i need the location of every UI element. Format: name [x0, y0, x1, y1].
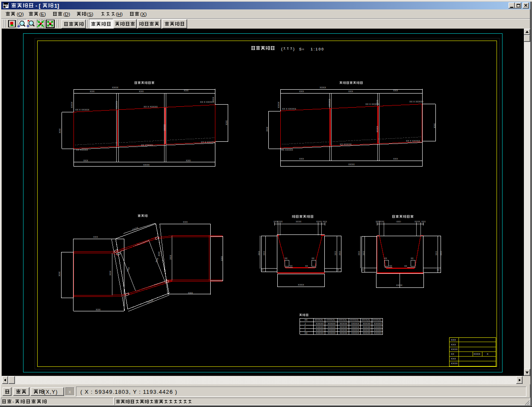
svg-text:XXX: XXX — [451, 343, 456, 346]
svg-text:XXX: XXX — [212, 97, 215, 102]
svg-text:XXX: XXX — [96, 308, 100, 311]
svg-text:XXX: XXX — [299, 158, 304, 160]
svg-text:XXX: XXX — [334, 251, 337, 255]
svg-text:XXXX: XXXX — [298, 284, 304, 286]
svg-text:(D): (D) — [63, 12, 70, 17]
svg-text:XXXX: XXXX — [316, 220, 322, 223]
svg-text:XXXX(X): XXXX(X) — [373, 319, 381, 321]
svg-text:XX: XX — [384, 257, 387, 260]
svg-text:XXXXX: XXXXX — [328, 326, 336, 328]
svg-text:XXXXX: XXXXX — [340, 329, 348, 331]
svg-text:): ) — [293, 47, 294, 51]
svg-text:x: x — [69, 389, 71, 394]
svg-text:1]: 1] — [54, 3, 59, 9]
svg-text:XX XXXXX: XX XXXXX — [76, 149, 88, 151]
svg-text:XX: XX — [304, 332, 308, 334]
svg-text:XXX: XXX — [169, 255, 172, 260]
svg-text:XX: XX — [285, 257, 288, 260]
svg-text:XXXX: XXXX — [277, 220, 283, 223]
svg-text:XX XXXXX: XX XXXXX — [141, 144, 153, 146]
svg-text:XX X XXXXX: XX X XXXXX — [75, 108, 89, 111]
svg-text:XXXX: XXXX — [348, 163, 355, 166]
svg-text:XXXXX: XXXXX — [316, 332, 324, 334]
svg-text:XXXX: XXXX — [473, 353, 480, 355]
svg-text:XXXXX: XXXXX — [316, 322, 324, 325]
svg-text:XXXX(X): XXXX(X) — [338, 319, 347, 321]
svg-text:XXX: XXX — [433, 123, 436, 128]
svg-text:XXXXX: XXXXX — [316, 329, 324, 331]
svg-text:XX: XX — [304, 319, 308, 321]
svg-text:XXX: XXX — [393, 89, 398, 92]
svg-text:XXXXX: XXXXX — [374, 329, 382, 331]
svg-text:XXXXX: XXXXX — [363, 329, 371, 331]
svg-text:2: 2 — [304, 329, 306, 331]
svg-text:(X): (X) — [140, 12, 147, 17]
svg-text:XXX: XXX — [421, 220, 426, 223]
svg-text:XXXX: XXXX — [376, 126, 379, 132]
svg-text:XXXXX: XXXXX — [363, 332, 371, 334]
svg-text:XXX: XXX — [323, 220, 327, 223]
svg-text:XXX: XXX — [83, 159, 88, 162]
svg-text:XXX: XXX — [58, 272, 61, 276]
svg-text:XXX: XXX — [220, 256, 223, 261]
svg-text:XX: XX — [361, 269, 364, 271]
svg-text:XXX: XXX — [188, 292, 193, 294]
svg-text:(O): (O) — [17, 12, 24, 17]
svg-text:XX: XX — [451, 353, 454, 355]
svg-text:XXXXX: XXXXX — [115, 101, 118, 109]
svg-text:XXXX: XXXX — [451, 362, 458, 365]
svg-text:XXXX(X): XXXX(X) — [326, 319, 335, 321]
svg-text:XX XXXXX: XX XXXXX — [281, 149, 293, 151]
svg-text:X: X — [487, 353, 488, 355]
svg-text:XXXXX: XXXXX — [328, 332, 336, 334]
svg-text:(: ( — [281, 47, 282, 51]
svg-text:XXXX: XXXX — [451, 348, 458, 351]
svg-text:XXX: XXX — [90, 90, 94, 93]
svg-text:XX: XX — [389, 265, 392, 267]
svg-text:XXXXX: XXXXX — [374, 322, 382, 325]
svg-text:XX: XX — [305, 265, 308, 267]
svg-text:XX X XXXXX: XX X XXXXX — [282, 108, 296, 110]
svg-text:1:100: 1:100 — [311, 47, 324, 51]
svg-text:XXXXX: XXXXX — [351, 326, 359, 328]
svg-text:XX XXXXX: XX XXXXX — [340, 143, 352, 146]
svg-text:XX: XX — [404, 265, 407, 267]
svg-text:- [: - [ — [35, 3, 41, 9]
svg-text:XX X XXXXX: XX X XXXXX — [201, 141, 215, 143]
svg-text:XXX: XXX — [183, 221, 188, 223]
svg-text:XXX: XXX — [440, 251, 442, 255]
svg-text:XXXXX: XXXXX — [363, 326, 371, 328]
svg-text:XXX: XXX — [263, 251, 265, 255]
svg-text:XXX: XXX — [109, 271, 112, 275]
svg-text:-XXX-: -XXX- — [396, 220, 402, 223]
svg-text:XXXX(X): XXXX(X) — [314, 319, 323, 321]
svg-text:XXX: XXX — [358, 251, 360, 255]
svg-text:XXXXX: XXXXX — [374, 332, 382, 334]
svg-text:(X,Y): (X,Y) — [44, 389, 58, 395]
svg-text:J: J — [304, 322, 306, 325]
svg-text:XXX: XXX — [258, 251, 260, 255]
svg-text:XXX: XXX — [59, 129, 61, 133]
svg-text:XXXX: XXXX — [414, 220, 420, 223]
svg-text:XXX: XXX — [393, 158, 398, 160]
svg-text:XXX: XXX — [299, 90, 304, 93]
svg-text:(E): (E) — [39, 12, 46, 17]
svg-text:XXXX: XXXX — [71, 102, 73, 108]
svg-text:XXXX: XXXX — [296, 220, 302, 223]
svg-text:XX: XX — [261, 269, 264, 271]
svg-text:XXXX: XXXX — [112, 86, 118, 89]
svg-text:( X : 59349.1803, Y : 1193.442: ( X : 59349.1803, Y : 1193.4426 ) — [80, 389, 177, 395]
svg-text:XXX: XXX — [376, 100, 379, 105]
svg-text:XXXXX: XXXXX — [328, 322, 336, 325]
svg-text:XX: XX — [411, 257, 414, 260]
svg-text:XX X XXXXX: XX X XXXXX — [409, 100, 423, 103]
svg-text:XXX: XXX — [186, 159, 191, 162]
svg-text:XXX: XXX — [338, 251, 341, 255]
svg-text:XXXXX: XXXXX — [328, 329, 336, 331]
svg-text:XXX: XXX — [348, 90, 353, 93]
svg-text:XXX: XXX — [362, 251, 365, 255]
svg-text:XXXXX: XXXXX — [374, 326, 382, 328]
svg-text:XX: XX — [437, 269, 440, 271]
svg-text:XXXX: XXXX — [320, 86, 326, 89]
svg-text:XXXXX: XXXXX — [340, 322, 348, 325]
